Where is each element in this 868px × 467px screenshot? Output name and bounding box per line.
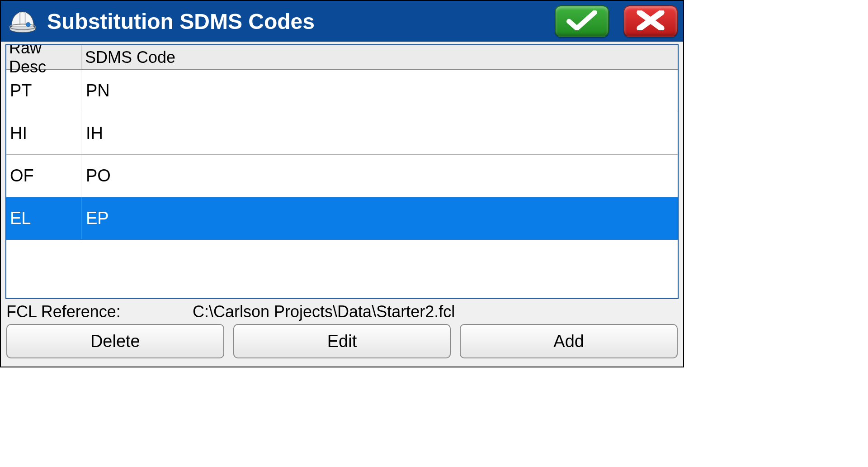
cell-sdms-code: PO (81, 155, 678, 197)
fcl-reference-label: FCL Reference: (6, 302, 193, 321)
cell-raw-desc: EL (6, 197, 81, 239)
cancel-button[interactable] (623, 5, 678, 37)
edit-button[interactable]: Edit (233, 324, 451, 358)
dialog-window: Substitution SDMS Codes Raw Desc SDMS Co… (0, 0, 684, 367)
cell-sdms-code: IH (81, 112, 678, 154)
title-bar: Substitution SDMS Codes (1, 1, 683, 42)
column-header-sdms-code[interactable]: SDMS Code (81, 45, 678, 69)
add-button[interactable]: Add (460, 324, 678, 358)
table-row[interactable]: OFPO (6, 155, 678, 197)
check-icon (566, 10, 598, 32)
fcl-reference-value: C:\Carlson Projects\Data\Starter2.fcl (193, 302, 678, 321)
table-body: PTPNHIIHOFPOELEP (6, 70, 678, 298)
cell-raw-desc: OF (6, 155, 81, 197)
hardhat-icon (6, 5, 39, 38)
codes-table: Raw Desc SDMS Code PTPNHIIHOFPOELEP (5, 44, 679, 299)
table-header-row: Raw Desc SDMS Code (6, 45, 678, 70)
fcl-reference-row: FCL Reference: C:\Carlson Projects\Data\… (1, 299, 683, 324)
table-row[interactable]: HIIH (6, 112, 678, 155)
ok-button[interactable] (555, 5, 609, 37)
button-row: Delete Edit Add (1, 324, 683, 364)
delete-button[interactable]: Delete (6, 324, 224, 358)
cell-raw-desc: PT (6, 70, 81, 112)
cell-sdms-code: EP (81, 197, 678, 239)
column-header-raw-desc[interactable]: Raw Desc (6, 45, 81, 69)
table-row[interactable]: ELEP (6, 197, 678, 240)
table-row[interactable]: PTPN (6, 70, 678, 112)
cell-sdms-code: PN (81, 70, 678, 112)
close-icon (635, 10, 666, 32)
dialog-title: Substitution SDMS Codes (47, 9, 547, 34)
cell-raw-desc: HI (6, 112, 81, 154)
